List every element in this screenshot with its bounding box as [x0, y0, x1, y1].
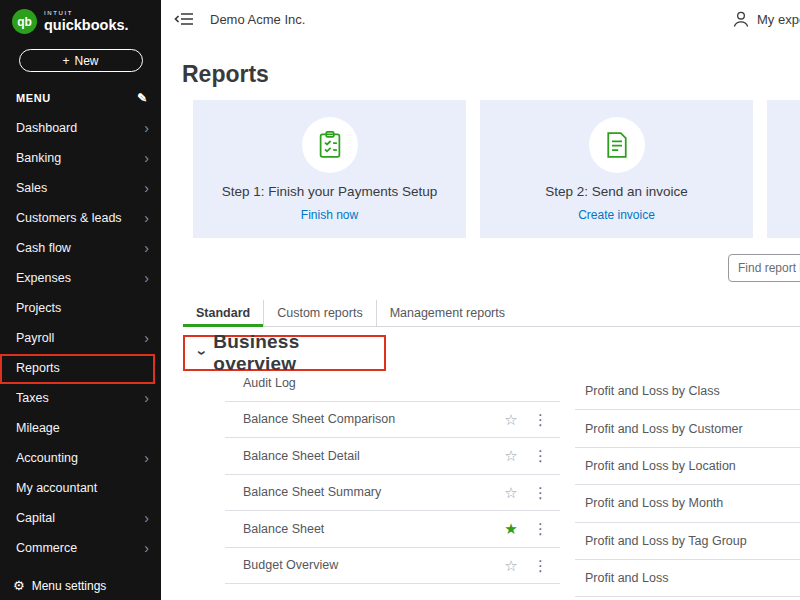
sidebar-item-dashboard[interactable]: Dashboard › — [0, 113, 161, 143]
card-icon-circle — [589, 117, 645, 173]
sidebar-item-label: Banking — [16, 151, 61, 165]
sidebar-item-customers-leads[interactable]: Customers & leads › — [0, 203, 161, 233]
setup-cards-row: Step 1: Finish your Payments Setup Finis… — [193, 100, 800, 238]
sidebar-item-banking[interactable]: Banking › — [0, 143, 161, 173]
report-row-pl-by-location[interactable]: Profit and Loss by Location — [575, 448, 800, 485]
chevron-right-icon: › — [144, 541, 149, 555]
report-row-pl-by-customer[interactable]: Profit and Loss by Customer — [575, 410, 800, 447]
report-row-profit-and-loss[interactable]: Profit and Loss — [575, 560, 800, 597]
pencil-icon[interactable]: ✎ — [137, 91, 148, 105]
sidebar-item-payroll[interactable]: Payroll › — [0, 323, 161, 353]
tab-label: Standard — [196, 306, 250, 320]
sidebar-item-label: Sales — [16, 181, 47, 195]
menu-label: MENU — [16, 92, 51, 104]
sidebar-item-label: Accounting — [16, 451, 78, 465]
sidebar-item-accounting[interactable]: Accounting › — [0, 443, 161, 473]
sidebar-item-label: Expenses — [16, 271, 71, 285]
report-row-balance-sheet[interactable]: Balance Sheet ★ ⋮ — [225, 511, 560, 548]
setup-card-partial — [767, 100, 800, 238]
sidebar-item-taxes[interactable]: Taxes › — [0, 383, 161, 413]
sidebar-item-label: Mileage — [16, 421, 60, 435]
favorite-star-icon[interactable]: ☆ — [502, 412, 520, 427]
report-name: Balance Sheet Comparison — [243, 412, 502, 426]
find-report-input[interactable] — [728, 254, 800, 282]
topbar: Demo Acme Inc. My experts — [161, 0, 800, 38]
quickbooks-app: qb INTUIT quickbooks. + New MENU ✎ Dashb… — [0, 0, 800, 600]
sidebar-item-label: Projects — [16, 301, 61, 315]
new-button-label: New — [75, 54, 99, 68]
new-button[interactable]: + New — [19, 49, 143, 72]
sidebar-item-cash-flow[interactable]: Cash flow › — [0, 233, 161, 263]
sidebar-item-expenses[interactable]: Expenses › — [0, 263, 161, 293]
sidebar-item-commerce[interactable]: Commerce › — [0, 533, 161, 563]
finish-now-link[interactable]: Finish now — [301, 208, 358, 222]
sidebar-nav: Dashboard › Banking › Sales › Customers … — [0, 113, 161, 563]
report-row-pl-by-month[interactable]: Profit and Loss by Month — [575, 485, 800, 522]
kebab-menu-icon[interactable]: ⋮ — [533, 412, 548, 427]
chevron-down-icon: › — [194, 350, 210, 355]
kebab-menu-icon[interactable]: ⋮ — [533, 485, 548, 500]
menu-settings-button[interactable]: ⚙ Menu settings — [0, 578, 106, 593]
report-row-budget-overview[interactable]: Budget Overview ☆ ⋮ — [225, 548, 560, 585]
sidebar-item-reports[interactable]: Reports — [0, 353, 161, 383]
tab-custom-reports[interactable]: Custom reports — [264, 300, 376, 326]
chevron-right-icon: › — [144, 241, 149, 255]
favorite-star-icon[interactable]: ☆ — [502, 485, 520, 500]
favorite-star-icon[interactable]: ☆ — [502, 558, 520, 573]
sidebar-item-my-accountant[interactable]: My accountant — [0, 473, 161, 503]
chevron-right-icon: › — [144, 211, 149, 225]
sidebar-item-sales[interactable]: Sales › — [0, 173, 161, 203]
quickbooks-label: quickbooks. — [44, 18, 129, 33]
report-row-partial[interactable] — [225, 584, 560, 600]
report-row-balance-sheet-detail[interactable]: Balance Sheet Detail ☆ ⋮ — [225, 438, 560, 475]
intuit-label: INTUIT — [44, 10, 129, 16]
reports-tabs: Standard Custom reports Management repor… — [183, 300, 800, 327]
chevron-right-icon: › — [144, 391, 149, 405]
find-report-wrap — [728, 254, 800, 282]
plus-icon: + — [62, 54, 69, 68]
create-invoice-link[interactable]: Create invoice — [578, 208, 655, 222]
report-name: Balance Sheet Detail — [243, 449, 502, 463]
setup-card-title: Step 1: Finish your Payments Setup — [222, 184, 437, 199]
chevron-right-icon: › — [144, 451, 149, 465]
page-title: Reports — [182, 61, 269, 88]
chevron-right-icon: › — [144, 271, 149, 285]
sidebar-item-label: Reports — [16, 361, 60, 375]
sidebar-item-projects[interactable]: Projects — [0, 293, 161, 323]
sidebar-item-label: My accountant — [16, 481, 97, 495]
tab-management-reports[interactable]: Management reports — [377, 300, 518, 326]
tab-label: Custom reports — [277, 306, 362, 320]
sidebar-item-label: Dashboard — [16, 121, 77, 135]
collapse-sidebar-icon[interactable] — [174, 11, 194, 31]
report-name: Profit and Loss by Location — [585, 459, 736, 473]
card-icon-circle — [302, 117, 358, 173]
chevron-right-icon: › — [144, 121, 149, 135]
invoice-icon — [602, 130, 632, 160]
menu-header: MENU ✎ — [0, 91, 161, 105]
my-experts-button[interactable]: My experts — [731, 0, 800, 38]
company-name: Demo Acme Inc. — [210, 12, 305, 27]
setup-card-payments: Step 1: Finish your Payments Setup Finis… — [193, 100, 466, 238]
kebab-menu-icon[interactable]: ⋮ — [533, 448, 548, 463]
user-icon — [731, 9, 751, 29]
chevron-right-icon: › — [144, 511, 149, 525]
report-row-pl-by-tag-group[interactable]: Profit and Loss by Tag Group — [575, 523, 800, 560]
chevron-right-icon: › — [144, 331, 149, 345]
report-row-audit-log[interactable]: Audit Log — [225, 365, 560, 402]
report-row-balance-sheet-comparison[interactable]: Balance Sheet Comparison ☆ ⋮ — [225, 402, 560, 439]
favorite-star-filled-icon[interactable]: ★ — [502, 521, 520, 536]
sidebar-item-label: Cash flow — [16, 241, 71, 255]
favorite-star-icon[interactable]: ☆ — [502, 448, 520, 463]
tab-standard[interactable]: Standard — [183, 300, 264, 326]
gear-icon: ⚙ — [13, 578, 25, 593]
menu-settings-label: Menu settings — [32, 579, 107, 593]
report-row-balance-sheet-summary[interactable]: Balance Sheet Summary ☆ ⋮ — [225, 475, 560, 512]
my-experts-label: My experts — [757, 12, 800, 27]
kebab-menu-icon[interactable]: ⋮ — [533, 521, 548, 536]
report-row-pl-by-class[interactable]: Profit and Loss by Class — [575, 373, 800, 410]
sidebar-item-mileage[interactable]: Mileage — [0, 413, 161, 443]
kebab-menu-icon[interactable]: ⋮ — [533, 558, 548, 573]
logo-text: INTUIT quickbooks. — [44, 10, 129, 33]
sidebar-item-capital[interactable]: Capital › — [0, 503, 161, 533]
report-name: Profit and Loss by Class — [585, 384, 720, 398]
